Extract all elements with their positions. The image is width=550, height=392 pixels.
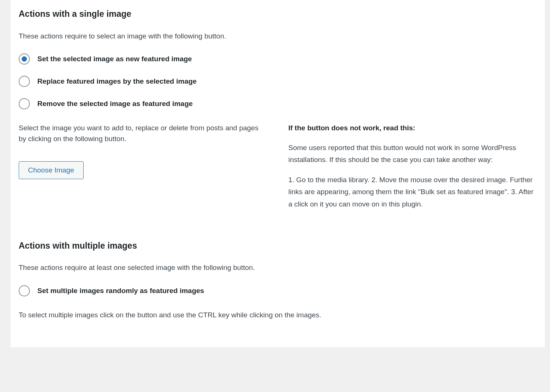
radio-option-replace[interactable]: Replace featured images by the selected … — [19, 76, 537, 87]
radio-icon — [19, 53, 30, 65]
radio-option-remove[interactable]: Remove the selected image as featured im… — [19, 98, 537, 109]
multiple-images-heading: Actions with multiple images — [19, 239, 537, 252]
radio-icon — [19, 76, 30, 87]
single-image-select-help: Select the image you want to add to, rep… — [19, 123, 267, 144]
troubleshoot-para-1: Some users reported that this button wou… — [288, 142, 537, 166]
single-image-left-col: Select the image you want to add to, rep… — [19, 123, 267, 179]
single-image-right-col: If the button does not work, read this: … — [288, 123, 537, 218]
troubleshoot-heading: If the button does not work, read this: — [288, 123, 537, 134]
radio-label-set: Set the selected image as new featured i… — [37, 54, 192, 65]
troubleshoot-para-2: 1. Go to the media library. 2. Move the … — [288, 174, 537, 210]
multiple-images-select-help: To select multiple images click on the b… — [19, 310, 537, 321]
single-image-intro: These actions require to select an image… — [19, 31, 537, 42]
radio-option-random[interactable]: Set multiple images randomly as featured… — [19, 285, 537, 296]
multiple-images-intro: These actions require at least one selec… — [19, 262, 537, 273]
settings-panel: Actions with a single image These action… — [10, 0, 546, 347]
radio-label-remove: Remove the selected image as featured im… — [37, 99, 193, 109]
single-image-heading: Actions with a single image — [19, 7, 537, 21]
single-image-columns: Select the image you want to add to, rep… — [19, 123, 537, 218]
radio-icon — [19, 98, 30, 109]
single-image-radio-group: Set the selected image as new featured i… — [19, 53, 537, 109]
radio-option-set[interactable]: Set the selected image as new featured i… — [19, 53, 537, 65]
radio-label-replace: Replace featured images by the selected … — [37, 76, 197, 87]
radio-icon — [19, 285, 30, 296]
multiple-images-radio-group: Set multiple images randomly as featured… — [19, 285, 537, 296]
choose-image-button[interactable]: Choose Image — [19, 161, 84, 179]
radio-label-random: Set multiple images randomly as featured… — [37, 286, 204, 296]
